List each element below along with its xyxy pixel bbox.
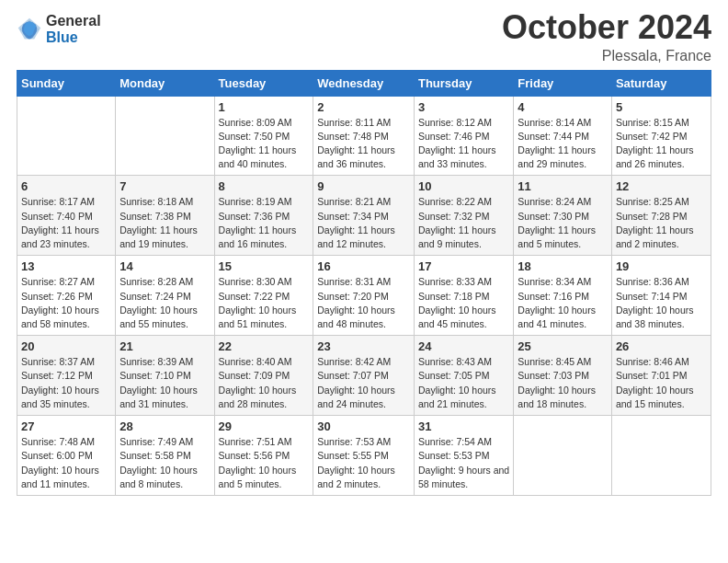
- calendar-cell: 21 Sunrise: 8:39 AMSunset: 7:10 PMDaylig…: [116, 336, 214, 416]
- day-number: 16: [317, 259, 410, 273]
- calendar-cell: 2 Sunrise: 8:11 AMSunset: 7:48 PMDayligh…: [313, 96, 415, 176]
- day-number: 4: [518, 100, 608, 114]
- day-detail: Sunrise: 8:46 AMSunset: 7:01 PMDaylight:…: [616, 356, 694, 409]
- col-friday: Friday: [514, 70, 612, 96]
- day-detail: Sunrise: 8:25 AMSunset: 7:28 PMDaylight:…: [616, 196, 694, 249]
- day-detail: Sunrise: 8:11 AMSunset: 7:48 PMDaylight:…: [317, 117, 395, 170]
- day-detail: Sunrise: 8:34 AMSunset: 7:16 PMDaylight:…: [518, 276, 596, 329]
- calendar-week-2: 6 Sunrise: 8:17 AMSunset: 7:40 PMDayligh…: [17, 176, 711, 256]
- calendar-cell: 20 Sunrise: 8:37 AMSunset: 7:12 PMDaylig…: [17, 336, 116, 416]
- calendar-week-5: 27 Sunrise: 7:48 AMSunset: 6:00 PMDaylig…: [17, 416, 711, 496]
- col-wednesday: Wednesday: [313, 70, 415, 96]
- day-number: 8: [219, 179, 310, 193]
- logo: General Blue: [17, 13, 101, 45]
- col-thursday: Thursday: [414, 70, 513, 96]
- day-number: 13: [21, 259, 111, 273]
- day-detail: Sunrise: 8:45 AMSunset: 7:03 PMDaylight:…: [518, 356, 596, 409]
- calendar-cell: 16 Sunrise: 8:31 AMSunset: 7:20 PMDaylig…: [313, 256, 415, 336]
- day-number: 15: [219, 259, 310, 273]
- calendar-cell: 10 Sunrise: 8:22 AMSunset: 7:32 PMDaylig…: [414, 176, 513, 256]
- day-detail: Sunrise: 7:48 AMSunset: 6:00 PMDaylight:…: [21, 436, 99, 489]
- day-number: 5: [616, 100, 707, 114]
- day-detail: Sunrise: 8:27 AMSunset: 7:26 PMDaylight:…: [21, 276, 99, 329]
- logo-text: General Blue: [46, 13, 101, 45]
- title-month: October 2024: [502, 9, 711, 46]
- calendar-cell: 12 Sunrise: 8:25 AMSunset: 7:28 PMDaylig…: [611, 176, 711, 256]
- day-detail: Sunrise: 8:09 AMSunset: 7:50 PMDaylight:…: [219, 117, 297, 170]
- day-detail: Sunrise: 8:19 AMSunset: 7:36 PMDaylight:…: [219, 196, 297, 249]
- calendar-cell: 29 Sunrise: 7:51 AMSunset: 5:56 PMDaylig…: [214, 416, 313, 496]
- day-number: 25: [518, 339, 608, 353]
- calendar-cell: [116, 96, 214, 176]
- calendar-cell: 4 Sunrise: 8:14 AMSunset: 7:44 PMDayligh…: [514, 96, 612, 176]
- logo-general: General: [46, 13, 101, 29]
- header: General Blue October 2024 Plessala, Fran…: [17, 9, 711, 64]
- day-number: 17: [418, 259, 509, 273]
- calendar-cell: 23 Sunrise: 8:42 AMSunset: 7:07 PMDaylig…: [313, 336, 415, 416]
- calendar-week-1: 1 Sunrise: 8:09 AMSunset: 7:50 PMDayligh…: [17, 96, 711, 176]
- calendar-cell: 26 Sunrise: 8:46 AMSunset: 7:01 PMDaylig…: [611, 336, 711, 416]
- calendar-week-3: 13 Sunrise: 8:27 AMSunset: 7:26 PMDaylig…: [17, 256, 711, 336]
- header-row: Sunday Monday Tuesday Wednesday Thursday…: [17, 70, 711, 96]
- day-detail: Sunrise: 8:42 AMSunset: 7:07 PMDaylight:…: [317, 356, 395, 409]
- col-tuesday: Tuesday: [214, 70, 313, 96]
- logo-icon: [17, 17, 42, 42]
- day-detail: Sunrise: 8:14 AMSunset: 7:44 PMDaylight:…: [518, 117, 596, 170]
- day-detail: Sunrise: 8:33 AMSunset: 7:18 PMDaylight:…: [418, 276, 496, 329]
- day-number: 6: [21, 179, 111, 193]
- calendar-cell: 17 Sunrise: 8:33 AMSunset: 7:18 PMDaylig…: [414, 256, 513, 336]
- calendar-cell: 27 Sunrise: 7:48 AMSunset: 6:00 PMDaylig…: [17, 416, 116, 496]
- day-detail: Sunrise: 8:18 AMSunset: 7:38 PMDaylight:…: [119, 196, 198, 249]
- day-number: 10: [418, 179, 509, 193]
- calendar-cell: 3 Sunrise: 8:12 AMSunset: 7:46 PMDayligh…: [414, 96, 513, 176]
- calendar-cell: 31 Sunrise: 7:54 AMSunset: 5:53 PMDaylig…: [414, 416, 513, 496]
- day-number: 19: [616, 259, 707, 273]
- calendar-cell: 15 Sunrise: 8:30 AMSunset: 7:22 PMDaylig…: [214, 256, 313, 336]
- day-detail: Sunrise: 8:30 AMSunset: 7:22 PMDaylight:…: [219, 276, 297, 329]
- col-sunday: Sunday: [17, 70, 116, 96]
- day-number: 3: [418, 100, 509, 114]
- calendar-cell: 28 Sunrise: 7:49 AMSunset: 5:58 PMDaylig…: [116, 416, 214, 496]
- day-number: 2: [317, 100, 410, 114]
- day-number: 26: [616, 339, 707, 353]
- calendar-header: Sunday Monday Tuesday Wednesday Thursday…: [17, 70, 711, 96]
- calendar-cell: 25 Sunrise: 8:45 AMSunset: 7:03 PMDaylig…: [514, 336, 612, 416]
- day-number: 30: [317, 419, 410, 433]
- calendar-cell: [17, 96, 116, 176]
- calendar-cell: 5 Sunrise: 8:15 AMSunset: 7:42 PMDayligh…: [611, 96, 711, 176]
- calendar: Sunday Monday Tuesday Wednesday Thursday…: [17, 70, 711, 496]
- calendar-cell: [514, 416, 612, 496]
- day-detail: Sunrise: 8:21 AMSunset: 7:34 PMDaylight:…: [317, 196, 395, 249]
- day-detail: Sunrise: 8:15 AMSunset: 7:42 PMDaylight:…: [616, 117, 694, 170]
- calendar-cell: 22 Sunrise: 8:40 AMSunset: 7:09 PMDaylig…: [214, 336, 313, 416]
- day-number: 27: [21, 419, 111, 433]
- calendar-cell: 24 Sunrise: 8:43 AMSunset: 7:05 PMDaylig…: [414, 336, 513, 416]
- calendar-cell: 8 Sunrise: 8:19 AMSunset: 7:36 PMDayligh…: [214, 176, 313, 256]
- calendar-cell: 13 Sunrise: 8:27 AMSunset: 7:26 PMDaylig…: [17, 256, 116, 336]
- day-detail: Sunrise: 8:39 AMSunset: 7:10 PMDaylight:…: [119, 356, 198, 409]
- day-number: 21: [119, 339, 210, 353]
- day-number: 31: [418, 419, 509, 433]
- day-detail: Sunrise: 8:40 AMSunset: 7:09 PMDaylight:…: [219, 356, 297, 409]
- col-monday: Monday: [116, 70, 214, 96]
- day-number: 28: [119, 419, 210, 433]
- title-block: October 2024 Plessala, France: [502, 9, 711, 64]
- calendar-cell: [611, 416, 711, 496]
- logo-blue: Blue: [46, 29, 101, 46]
- day-detail: Sunrise: 8:28 AMSunset: 7:24 PMDaylight:…: [119, 276, 198, 329]
- day-number: 23: [317, 339, 410, 353]
- day-detail: Sunrise: 8:12 AMSunset: 7:46 PMDaylight:…: [418, 117, 496, 170]
- day-detail: Sunrise: 8:31 AMSunset: 7:20 PMDaylight:…: [317, 276, 395, 329]
- day-detail: Sunrise: 8:36 AMSunset: 7:14 PMDaylight:…: [616, 276, 694, 329]
- day-detail: Sunrise: 8:24 AMSunset: 7:30 PMDaylight:…: [518, 196, 596, 249]
- day-number: 29: [219, 419, 310, 433]
- day-number: 11: [518, 179, 608, 193]
- calendar-cell: 7 Sunrise: 8:18 AMSunset: 7:38 PMDayligh…: [116, 176, 214, 256]
- day-detail: Sunrise: 7:49 AMSunset: 5:58 PMDaylight:…: [119, 436, 198, 489]
- calendar-cell: 11 Sunrise: 8:24 AMSunset: 7:30 PMDaylig…: [514, 176, 612, 256]
- day-number: 1: [219, 100, 310, 114]
- day-number: 14: [119, 259, 210, 273]
- day-detail: Sunrise: 7:54 AMSunset: 5:53 PMDaylight:…: [418, 436, 509, 489]
- day-number: 12: [616, 179, 707, 193]
- day-number: 7: [119, 179, 210, 193]
